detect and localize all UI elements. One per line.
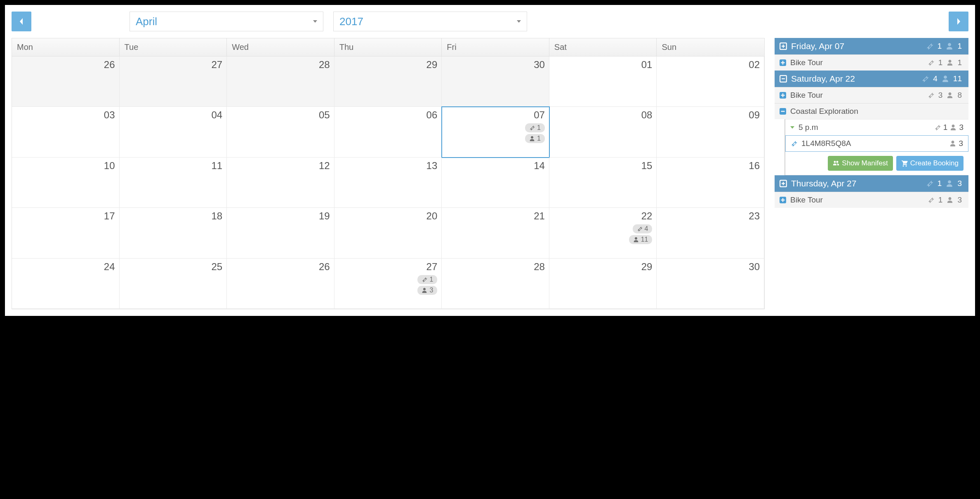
tour-expanded: 5 p.m 1 3 1L4M8R5Q8A 3 <box>784 119 968 175</box>
ticket-icon <box>928 59 934 66</box>
tickets-badge: 4 <box>633 224 653 233</box>
calendar-day[interactable]: 25 <box>120 259 227 309</box>
weekday-header: Mon Tue Wed Thu Fri Sat Sun <box>12 38 764 56</box>
day-number: 09 <box>749 109 760 121</box>
calendar-day[interactable]: 06 <box>335 107 442 157</box>
next-month-button[interactable] <box>949 12 968 31</box>
day-badges: 411 <box>629 224 653 244</box>
tour-row[interactable]: Bike Tour 3 8 <box>775 87 968 103</box>
calendar-day[interactable]: 05 <box>227 107 335 157</box>
day-number: 28 <box>319 59 330 71</box>
calendar-grid: Mon Tue Wed Thu Fri Sat Sun 262728293001… <box>12 38 765 309</box>
day-header[interactable]: Friday, Apr 07 1 1 <box>775 38 968 54</box>
collapse-icon <box>780 75 787 82</box>
day-number: 26 <box>319 261 330 273</box>
calendar-day[interactable]: 10 <box>12 158 120 208</box>
calendar-day[interactable]: 0711 <box>442 107 549 157</box>
calendar-day[interactable]: 29 <box>549 259 657 309</box>
day-badges: 13 <box>417 275 437 295</box>
person-icon <box>422 287 427 293</box>
people-badge: 3 <box>417 286 437 295</box>
cart-icon <box>901 160 908 167</box>
caret-down-icon <box>790 126 794 129</box>
calendar-day[interactable]: 28 <box>227 56 335 107</box>
time-stats: 1 3 <box>934 123 964 132</box>
calendar-day[interactable]: 11 <box>120 158 227 208</box>
ticket-icon <box>934 124 941 131</box>
day-number: 17 <box>104 210 115 222</box>
day-title: Saturday, Apr 22 <box>791 74 917 84</box>
calendar-body: 2627282930010203040506071108091011121314… <box>12 56 764 309</box>
show-manifest-button[interactable]: Show Manifest <box>828 156 893 171</box>
calendar-day[interactable]: 20 <box>335 208 442 258</box>
day-number: 05 <box>319 109 330 121</box>
month-year-selects: April 2017 <box>130 12 527 31</box>
weekday-label: Wed <box>227 38 335 56</box>
calendar-day[interactable]: 19 <box>227 208 335 258</box>
day-number: 27 <box>211 59 222 71</box>
calendar-day[interactable]: 30 <box>442 56 549 107</box>
person-icon <box>947 197 953 203</box>
booking-row[interactable]: 1L4M8R5Q8A 3 <box>785 135 968 152</box>
ticket-icon <box>422 277 427 282</box>
calendar-day[interactable]: 27 <box>120 56 227 107</box>
weekday-label: Sun <box>657 38 764 56</box>
calendar-day[interactable]: 18 <box>120 208 227 258</box>
ticket-count: 4 <box>645 225 648 233</box>
calendar-day[interactable]: 29 <box>335 56 442 107</box>
day-number: 03 <box>104 109 115 121</box>
calendar-day[interactable]: 08 <box>549 107 657 157</box>
day-header[interactable]: Thursday, Apr 27 1 3 <box>775 175 968 192</box>
day-number: 16 <box>749 160 760 172</box>
tour-stats: 1 1 <box>928 58 964 67</box>
main-content: Mon Tue Wed Thu Fri Sat Sun 262728293001… <box>5 35 975 316</box>
ticket-count: 1 <box>936 42 944 51</box>
booking-stats: 3 <box>949 139 963 148</box>
calendar-day[interactable]: 15 <box>549 158 657 208</box>
calendar-day[interactable]: 03 <box>12 107 120 157</box>
prev-month-button[interactable] <box>12 12 31 31</box>
time-slot-row[interactable]: 5 p.m 1 3 <box>785 119 968 135</box>
calendar-day[interactable]: 12 <box>227 158 335 208</box>
day-number: 20 <box>426 210 438 222</box>
calendar-day[interactable]: 02 <box>657 56 764 107</box>
day-number: 30 <box>749 261 760 273</box>
topbar: April 2017 <box>5 5 975 35</box>
weekday-label: Thu <box>335 38 442 56</box>
calendar-day[interactable]: 22411 <box>549 208 657 258</box>
calendar-day[interactable]: 04 <box>120 107 227 157</box>
tour-row[interactable]: Bike Tour 1 1 <box>775 54 968 71</box>
expand-icon <box>780 197 786 203</box>
ticket-icon <box>791 140 797 147</box>
tour-name: Bike Tour <box>790 91 923 100</box>
day-number: 11 <box>211 160 222 172</box>
calendar-day[interactable]: 23 <box>657 208 764 258</box>
month-select[interactable]: April <box>130 12 323 31</box>
year-select[interactable]: 2017 <box>333 12 527 31</box>
create-booking-button[interactable]: Create Booking <box>896 156 964 171</box>
caret-down-icon <box>517 20 521 23</box>
calendar-day[interactable]: 26 <box>227 259 335 309</box>
person-count: 3 <box>959 139 963 148</box>
calendar-day[interactable]: 2713 <box>335 259 442 309</box>
calendar-day[interactable]: 14 <box>442 158 549 208</box>
calendar-day[interactable]: 28 <box>442 259 549 309</box>
tour-row[interactable]: Coastal Exploration <box>775 103 968 119</box>
ticket-count: 1 <box>943 123 948 132</box>
calendar-day[interactable]: 30 <box>657 259 764 309</box>
weekday-label: Fri <box>442 38 549 56</box>
tour-row[interactable]: Bike Tour 1 3 <box>775 192 968 208</box>
day-header[interactable]: Saturday, Apr 22 4 11 <box>775 71 968 87</box>
calendar-day[interactable]: 13 <box>335 158 442 208</box>
calendar-day[interactable]: 16 <box>657 158 764 208</box>
calendar-day[interactable]: 17 <box>12 208 120 258</box>
person-icon <box>942 75 949 82</box>
calendar-day[interactable]: 09 <box>657 107 764 157</box>
calendar-day[interactable]: 01 <box>549 56 657 107</box>
calendar-day[interactable]: 26 <box>12 56 120 107</box>
calendar-day[interactable]: 24 <box>12 259 120 309</box>
ticket-icon <box>926 42 933 50</box>
people-badge: 11 <box>629 235 653 244</box>
person-icon <box>946 42 953 50</box>
calendar-day[interactable]: 21 <box>442 208 549 258</box>
